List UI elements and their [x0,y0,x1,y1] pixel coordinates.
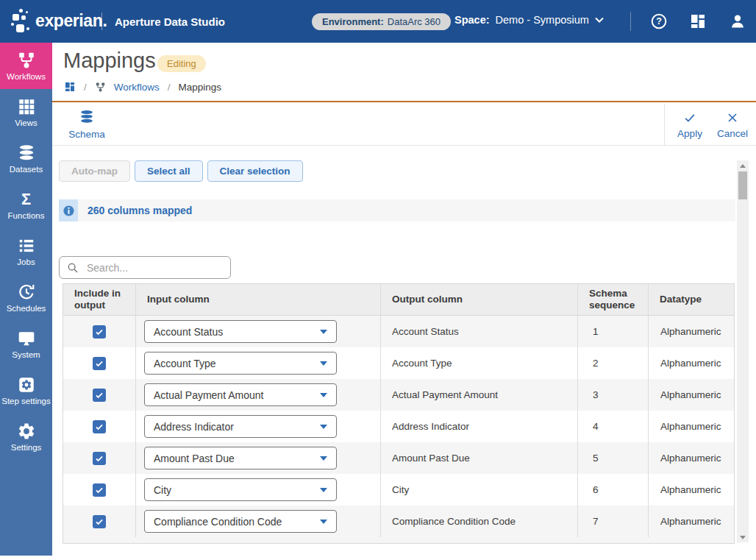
list-icon [1,236,51,256]
table-row: City City 6 Alphanumeric [63,474,734,506]
check-icon [94,485,104,495]
apply-button[interactable]: Apply [668,110,712,139]
chevron-down-icon [320,393,327,397]
home-grid-icon[interactable] [64,81,76,93]
include-checkbox[interactable] [93,357,106,370]
gear-square-icon [1,375,51,395]
input-column-dropdown[interactable]: Actual Payment Amount [144,383,337,406]
gear-icon [1,422,51,442]
input-column-dropdown[interactable]: Amount Past Due [144,447,337,469]
sidebar-item-step-settings[interactable]: Step settings [0,367,52,414]
help-icon[interactable]: ? [650,13,668,30]
output-column-value: Actual Payment Amount [380,379,577,411]
apps-icon[interactable] [689,13,707,30]
sidebar-item-datasets[interactable]: Datasets [0,135,52,182]
info-icon [63,205,75,217]
include-checkbox[interactable] [93,389,106,402]
chevron-down-icon [320,425,327,429]
auto-map-button[interactable]: Auto-map [59,160,130,182]
sidebar-item-workflows[interactable]: Workflows [0,43,52,89]
sidebar-item-jobs[interactable]: Jobs [0,228,52,274]
space-label: Space: [454,14,490,26]
chevron-down-icon [320,520,327,524]
include-checkbox[interactable] [93,452,106,465]
breadcrumb-current: Mappings [179,82,222,93]
table-row: Address Indicator Address Indicator 4 Al… [63,411,734,442]
schema-sequence-value: 4 [577,411,648,442]
input-column-dropdown[interactable]: Address Indicator [144,415,337,438]
schema-button[interactable]: Schema [65,109,108,140]
header-output-column: Output column [380,284,577,315]
header-include-in-output: Include in output [63,284,135,315]
sidebar-nav: Workflows Views Datasets Σ Functions Job… [0,43,52,556]
clear-selection-button[interactable]: Clear selection [207,160,303,182]
datatype-value: Alphanumeric [648,379,734,411]
columns-mapped-message: 260 columns mapped [88,205,192,216]
environment-badge: Environment: DataArc 360 [312,13,451,30]
input-column-value: Account Type [154,358,216,369]
table-row: Actual Payment Amount Actual Payment Amo… [63,379,734,411]
schema-sequence-value: 5 [577,442,648,474]
chevron-down-icon [320,488,327,492]
space-selector[interactable]: Space: Demo - Symposium [454,14,604,26]
output-column-value: Address Indicator [380,411,577,442]
scroll-down-arrow[interactable] [737,532,749,542]
schema-sequence-value: 6 [577,474,648,506]
cancel-button[interactable]: Cancel [710,110,755,139]
environment-value: DataArc 360 [388,16,441,27]
user-icon[interactable] [729,13,746,30]
sidebar-item-schedules[interactable]: Schedules [0,274,52,321]
info-banner: 260 columns mapped [59,199,735,221]
input-column-value: Compliance Condition Code [154,516,282,528]
input-column-dropdown[interactable]: City [144,478,337,501]
input-column-dropdown[interactable]: Account Status [144,320,337,343]
vertical-scrollbar[interactable] [737,160,749,542]
check-icon [94,517,104,527]
sidebar-item-settings[interactable]: Settings [0,414,52,460]
breadcrumb: / Workflows / Mappings [64,81,221,93]
sidebar-item-system[interactable]: System [0,321,52,367]
clock-refresh-icon [1,283,51,302]
search-input[interactable] [85,261,223,274]
table-row-partial [63,537,734,543]
chevron-down-icon [320,361,327,366]
schema-sequence-value: 1 [577,316,648,347]
sidebar-item-views[interactable]: Views [0,89,52,135]
datatype-value: Alphanumeric [648,316,734,347]
check-icon [682,110,697,125]
check-icon [94,390,104,400]
table-header-row: Include in output Input column Output co… [63,283,734,316]
table-row: Amount Past Due Amount Past Due 5 Alphan… [63,442,734,474]
scrollbar-thumb[interactable] [738,171,747,199]
breadcrumb-workflows-link[interactable]: Workflows [114,82,160,93]
workflow-icon [1,51,51,71]
svg-text:?: ? [656,16,662,26]
scroll-up-arrow[interactable] [737,160,749,171]
check-icon [94,422,104,432]
output-column-value: Compliance Condition Code [380,506,577,537]
search-icon [67,262,79,274]
step-toolbar: Schema Apply Cancel [52,104,756,146]
topbar-divider [101,13,102,30]
chevron-down-icon [320,330,327,334]
database-icon [79,109,95,125]
sigma-icon: Σ [1,190,51,210]
include-checkbox[interactable] [93,325,106,339]
input-column-value: Address Indicator [154,421,234,433]
select-all-button[interactable]: Select all [135,160,203,182]
input-column-dropdown[interactable]: Account Type [144,352,337,375]
experian-logo-icon [11,9,32,34]
grid-icon [1,97,51,117]
chevron-down-icon [320,456,327,461]
mapping-panel: Auto-map Select all Clear selection 260 … [52,146,756,556]
datatype-value: Alphanumeric [648,411,734,442]
include-checkbox[interactable] [93,420,106,433]
datatype-value: Alphanumeric [648,506,734,537]
input-column-dropdown[interactable]: Compliance Condition Code [144,510,337,533]
include-checkbox[interactable] [93,515,106,528]
monitor-icon [1,329,51,349]
sidebar-item-functions[interactable]: Σ Functions [0,182,52,228]
page-title: Mappings [63,49,156,73]
include-checkbox[interactable] [93,483,106,497]
schema-sequence-value: 2 [577,347,648,379]
